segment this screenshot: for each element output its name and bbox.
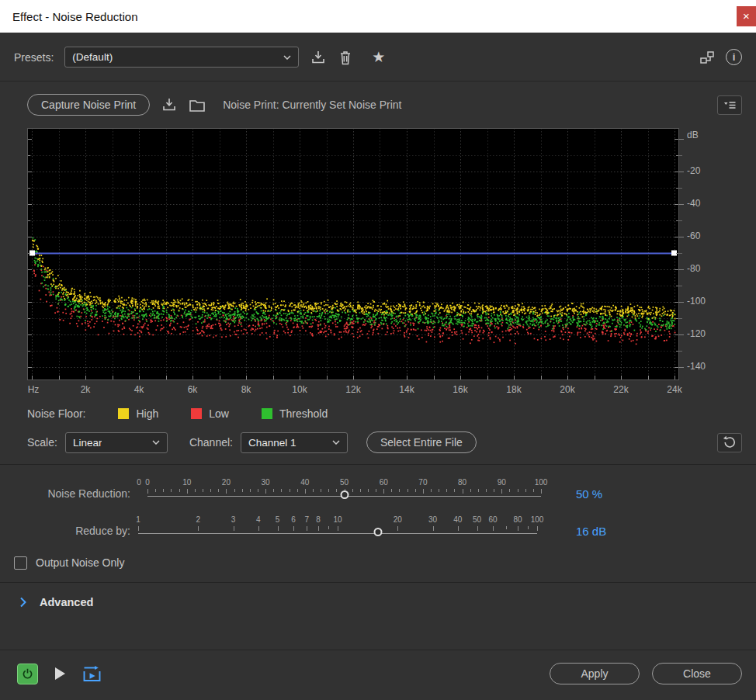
reduce-by-slider[interactable]: 1234567810203040506080100 [137, 513, 543, 549]
chevron-down-icon [283, 55, 291, 60]
slider-tick-label: 60 [380, 478, 388, 487]
noise-floor-graph-canvas[interactable] [27, 128, 679, 380]
noise-print-value: Currently Set Noise Print [282, 99, 401, 111]
slider-tick-mark [234, 526, 234, 531]
capture-noise-print-button[interactable]: Capture Noise Print [27, 94, 150, 116]
apply-button[interactable]: Apply [550, 663, 640, 684]
slider-tick-label: 3 [231, 515, 236, 524]
slider-tick-label: 6 [291, 515, 296, 524]
db-axis-tick [679, 253, 682, 254]
presets-dropdown[interactable]: (Default) [64, 47, 299, 68]
noise-reduction-slider-handle[interactable] [340, 490, 349, 499]
slider-tick-label: 10 [333, 515, 342, 524]
slider-tick-mark [226, 489, 227, 494]
freq-axis-label: 12k [345, 384, 360, 395]
slider-tick-mark [195, 489, 196, 492]
slider-tick-mark [528, 526, 529, 529]
slider-tick-label: 80 [458, 478, 466, 487]
preview-play-button[interactable] [55, 667, 65, 680]
scale-dropdown[interactable]: Linear [65, 432, 168, 453]
slider-tick-label: 7 [304, 515, 309, 524]
legend-swatch-low [191, 408, 202, 419]
slider-tick-label: 8 [316, 515, 321, 524]
db-axis-label: -100 [687, 296, 706, 307]
db-axis-tick [679, 220, 682, 221]
slider-tick-mark [399, 489, 400, 492]
panel-menu-button[interactable] [717, 95, 742, 115]
slider-tick-mark [293, 526, 294, 531]
slider-tick-mark [423, 489, 424, 494]
legend-item-threshold: Threshold [262, 407, 328, 420]
slider-tick-mark [242, 489, 243, 492]
save-preset-icon[interactable] [310, 49, 327, 66]
reduce-by-slider-handle[interactable] [374, 528, 383, 536]
noise-print-row: Capture Noise Print Noise Print: Current… [27, 94, 742, 116]
advanced-expander-icon[interactable] [19, 597, 26, 608]
close-button[interactable]: × [737, 6, 756, 26]
slider-tick-label: 50 [340, 478, 349, 487]
freq-axis-label: 20k [560, 384, 574, 395]
load-noise-print-folder-icon[interactable] [189, 98, 206, 113]
slider-tick-mark [439, 489, 439, 492]
advanced-section[interactable]: Advanced [14, 591, 742, 613]
slider-tick-mark [203, 489, 203, 492]
db-axis-tick [679, 237, 684, 237]
titlebar: Effect - Noise Reduction × [0, 0, 756, 33]
slider-tick-mark [391, 489, 392, 492]
slider-tick-mark [501, 489, 502, 494]
slider-tick-mark [273, 489, 274, 492]
chevron-down-icon [332, 440, 340, 445]
slider-tick-mark [470, 489, 471, 492]
slider-tick-mark [297, 489, 298, 492]
slider-tick-label: 1 [136, 515, 140, 524]
delete-preset-icon[interactable] [338, 49, 353, 66]
slider-tick-label: 50 [473, 515, 481, 524]
slider-tick-label: 100 [531, 515, 544, 524]
slider-tick-mark [318, 526, 319, 531]
close-dialog-button[interactable]: Close [652, 663, 742, 684]
divider [0, 81, 756, 81]
noise-reduction-value[interactable]: 50 % [576, 487, 602, 501]
slider-tick-label: 30 [428, 515, 437, 524]
loop-playback-icon [82, 666, 102, 682]
noise-print-label: Noise Print: [223, 99, 279, 111]
freq-axis-label: 24k [667, 384, 681, 395]
slider-tick-mark [463, 489, 463, 494]
slider-tick-mark [541, 489, 542, 494]
slider-tick-mark [171, 489, 172, 492]
effect-power-toggle[interactable] [17, 664, 38, 684]
slider-tick-label: 100 [535, 478, 548, 487]
db-axis-tick [679, 155, 682, 156]
slider-tick-mark [477, 526, 478, 531]
loop-playback-button[interactable] [82, 666, 102, 682]
presets-row: Presets: (Default) ★ i [14, 47, 742, 68]
db-axis-tick [679, 351, 682, 352]
advanced-label[interactable]: Advanced [40, 596, 93, 608]
db-axis-label: -120 [687, 328, 706, 339]
select-entire-file-button[interactable]: Select Entire File [366, 431, 477, 453]
freq-axis-label: 14k [399, 384, 414, 395]
scale-label: Scale: [27, 436, 57, 449]
freq-axis-label: 10k [292, 384, 307, 395]
reset-button[interactable] [717, 433, 742, 452]
channel-value: Channel 1 [248, 437, 297, 449]
slider-tick-mark [258, 489, 258, 492]
slider-tick-mark [290, 489, 290, 492]
info-icon[interactable]: i [726, 49, 742, 65]
db-axis-tick [679, 367, 684, 368]
db-axis-label: -140 [687, 361, 706, 372]
reduce-by-value[interactable]: 16 dB [576, 525, 606, 538]
slider-tick-mark [376, 489, 376, 492]
favorite-star-icon[interactable]: ★ [372, 50, 385, 64]
frequency-axis: Hz2k4k6k8k10k12k14k16k18k20k22k24k [27, 380, 679, 400]
output-noise-only-checkbox[interactable] [14, 556, 27, 570]
slider-edge-label: 0 [137, 478, 141, 487]
reduce-by-slider-track[interactable] [138, 533, 537, 534]
routing-icon[interactable] [699, 50, 715, 64]
channel-dropdown[interactable]: Channel 1 [241, 432, 348, 453]
slider-tick-mark [281, 489, 282, 492]
db-axis: dB-20-40-60-80-100-120-140 [679, 128, 726, 380]
save-noise-print-icon[interactable] [161, 96, 178, 113]
noise-reduction-slider[interactable]: 00102030405060708090100 [137, 476, 543, 511]
slider-tick-mark [265, 489, 266, 494]
